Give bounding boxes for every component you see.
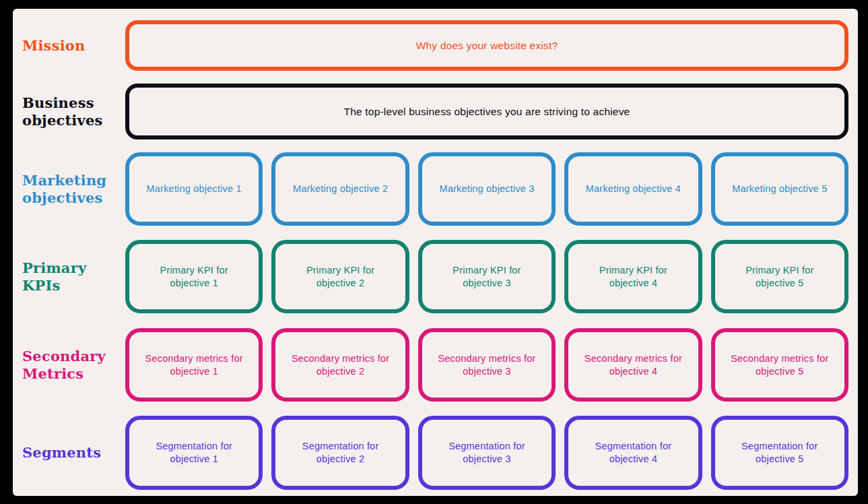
box-text: Marketing objective 2: [293, 183, 388, 195]
box-text: Secondary metrics for objective 3: [432, 352, 541, 378]
row-business-objectives: Business objectives The top-level busine…: [13, 84, 858, 139]
marketing-objective-box-3: Marketing objective 3: [418, 152, 556, 226]
row-content-business-objectives: The top-level business objectives you ar…: [125, 84, 858, 139]
segmentation-box-2: Segmentation for objective 2: [271, 416, 409, 490]
box-text: Secondary metrics for objective 4: [578, 352, 688, 378]
secondary-metrics-box-3: Secondary metrics for objective 3: [418, 328, 556, 402]
box-text: Segmentation for objective 4: [578, 440, 688, 466]
row-content-primary-kpis: Primary KPI for objective 1 Primary KPI …: [125, 240, 858, 313]
row-marketing-objectives: Marketing objectives Marketing objective…: [13, 152, 858, 226]
secondary-metrics-box-2: Secondary metrics for objective 2: [271, 328, 409, 402]
row-primary-kpis: Primary KPIs Primary KPI for objective 1…: [13, 240, 858, 313]
marketing-objective-box-4: Marketing objective 4: [564, 152, 702, 226]
primary-kpi-box-1: Primary KPI for objective 1: [125, 240, 263, 313]
row-mission: Mission Why does your website exist?: [13, 20, 858, 71]
box-text: Primary KPI for objective 3: [432, 264, 541, 290]
row-label-line: KPIs: [22, 277, 125, 294]
measurement-framework-diagram: Mission Why does your website exist? Bus…: [13, 9, 858, 496]
primary-kpi-box-4: Primary KPI for objective 4: [564, 240, 702, 313]
marketing-objective-box-5: Marketing objective 5: [711, 152, 848, 226]
segmentation-box-4: Segmentation for objective 4: [564, 416, 702, 490]
row-label-business-objectives: Business objectives: [13, 84, 125, 139]
row-content-marketing-objectives: Marketing objective 1 Marketing objectiv…: [125, 152, 858, 226]
row-content-secondary-metrics: Secondary metrics for objective 1 Second…: [125, 328, 858, 402]
box-text: Marketing objective 1: [147, 183, 242, 195]
diagram-frame: Mission Why does your website exist? Bus…: [0, 0, 868, 504]
marketing-objective-box-2: Marketing objective 2: [271, 152, 409, 226]
business-objectives-box-text: The top-level business objectives you ar…: [344, 105, 630, 118]
box-text: Secondary metrics for objective 1: [139, 352, 248, 378]
row-label-line: objectives: [22, 189, 125, 207]
mission-box: Why does your website exist?: [125, 20, 848, 71]
row-label-primary-kpis: Primary KPIs: [13, 240, 125, 313]
box-text: Segmentation for objective 3: [432, 440, 541, 466]
row-secondary-metrics: Secondary Metrics Secondary metrics for …: [13, 328, 858, 402]
row-label-line: Marketing: [22, 172, 125, 189]
secondary-metrics-box-5: Secondary metrics for objective 5: [711, 328, 848, 402]
box-text: Primary KPI for objective 1: [139, 264, 248, 290]
row-label-mission: Mission: [13, 20, 125, 71]
row-label-segments: Segments: [13, 416, 125, 490]
box-text: Primary KPI for objective 5: [725, 264, 834, 290]
marketing-objective-box-1: Marketing objective 1: [125, 152, 263, 226]
business-objectives-box: The top-level business objectives you ar…: [125, 84, 848, 139]
row-label-line: Primary: [22, 259, 125, 277]
secondary-metrics-box-4: Secondary metrics for objective 4: [564, 328, 702, 402]
primary-kpi-box-3: Primary KPI for objective 3: [418, 240, 556, 313]
box-text: Segmentation for objective 5: [725, 440, 834, 466]
box-text: Primary KPI for objective 2: [286, 264, 395, 290]
row-content-segments: Segmentation for objective 1 Segmentatio…: [125, 416, 858, 490]
segmentation-box-5: Segmentation for objective 5: [711, 416, 848, 490]
primary-kpi-box-2: Primary KPI for objective 2: [271, 240, 409, 313]
segmentation-box-3: Segmentation for objective 3: [418, 416, 556, 490]
box-text: Segmentation for objective 1: [139, 440, 248, 466]
box-text: Segmentation for objective 2: [286, 440, 395, 466]
box-text: Marketing objective 4: [586, 183, 681, 195]
row-label-line: Segments: [22, 444, 125, 462]
box-text: Marketing objective 3: [439, 183, 534, 195]
row-label-secondary-metrics: Secondary Metrics: [13, 328, 125, 402]
row-label-line: Secondary: [22, 348, 125, 365]
box-text: Primary KPI for objective 4: [578, 264, 688, 290]
row-label-line: Business: [22, 94, 125, 112]
row-label-line: objectives: [22, 112, 125, 129]
box-text: Marketing objective 5: [732, 183, 827, 195]
row-content-mission: Why does your website exist?: [125, 20, 858, 71]
row-label-line: Metrics: [22, 365, 125, 383]
mission-box-text: Why does your website exist?: [416, 39, 558, 52]
primary-kpi-box-5: Primary KPI for objective 5: [711, 240, 848, 313]
box-text: Secondary metrics for objective 2: [286, 352, 395, 378]
box-text: Secondary metrics for objective 5: [725, 352, 834, 378]
secondary-metrics-box-1: Secondary metrics for objective 1: [125, 328, 263, 402]
segmentation-box-1: Segmentation for objective 1: [125, 416, 263, 490]
row-label-marketing-objectives: Marketing objectives: [13, 152, 125, 226]
row-segments: Segments Segmentation for objective 1 Se…: [13, 416, 858, 490]
row-label-line: Mission: [22, 37, 125, 55]
